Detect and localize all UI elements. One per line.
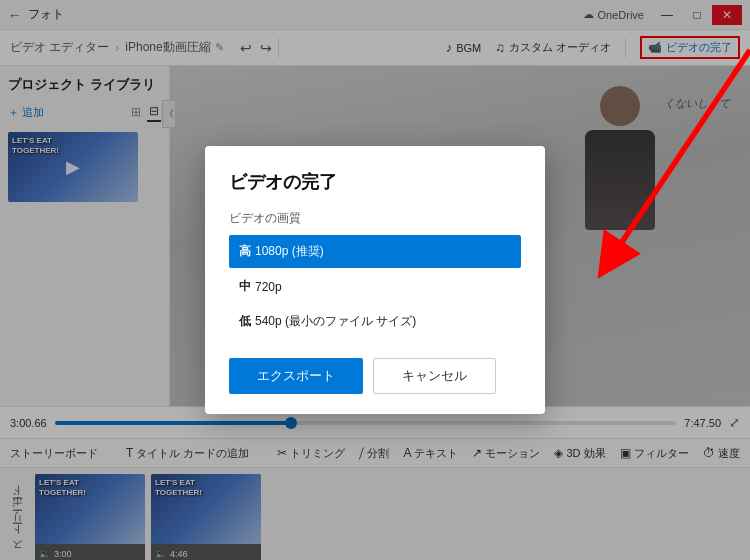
quality-low-level: 低: [239, 313, 251, 330]
modal-buttons: エクスポート キャンセル: [229, 358, 521, 394]
quality-medium-description: 720p: [255, 280, 282, 294]
quality-option-low[interactable]: 低 540p (最小のファイル サイズ): [229, 305, 521, 338]
modal-title: ビデオの完了: [229, 170, 521, 194]
modal-overlay: ビデオの完了 ビデオの画質 高 1080p (推奨) 中 720p 低 540p…: [0, 0, 750, 560]
video-complete-modal: ビデオの完了 ビデオの画質 高 1080p (推奨) 中 720p 低 540p…: [205, 146, 545, 414]
export-button[interactable]: エクスポート: [229, 358, 363, 394]
quality-high-description: 1080p (推奨): [255, 243, 324, 260]
quality-high-level: 高: [239, 243, 251, 260]
quality-option-high[interactable]: 高 1080p (推奨): [229, 235, 521, 268]
quality-option-medium[interactable]: 中 720p: [229, 270, 521, 303]
quality-low-description: 540p (最小のファイル サイズ): [255, 313, 416, 330]
quality-medium-level: 中: [239, 278, 251, 295]
cancel-button[interactable]: キャンセル: [373, 358, 496, 394]
modal-section-label: ビデオの画質: [229, 210, 521, 227]
